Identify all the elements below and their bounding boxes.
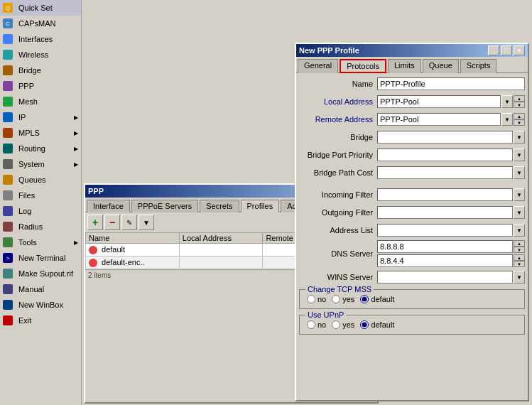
name-input[interactable] [377,77,525,90]
tcp-mss-default-radio[interactable] [360,295,369,303]
remote-address-up[interactable]: ▲ [514,113,525,119]
incoming-filter-dropdown[interactable]: ▼ [514,188,525,201]
dns-input-2[interactable] [377,254,513,267]
local-address-label: Local Address [299,97,377,106]
dns-down[interactable]: ▼ [514,247,525,253]
interfaces-icon [3,34,13,44]
sidebar-item-ip[interactable]: IP ▶ [0,109,81,125]
tcp-mss-no[interactable]: no [307,295,326,303]
local-address-up[interactable]: ▲ [514,95,525,102]
upnp-yes[interactable]: yes [332,320,354,329]
tab-secrets[interactable]: Secrets [200,200,239,212]
sidebar-label-bridge: Bridge [18,66,41,75]
dns-updown: ▲ ▼ [514,240,525,253]
upnp-default[interactable]: default [360,320,394,329]
tab-profiles[interactable]: Profiles [241,200,280,212]
dialog-tab-limits[interactable]: Limits [388,59,421,73]
use-upnp-label: Use UPnP [305,310,346,319]
local-address-dropdown[interactable]: ▼ [501,95,513,108]
add-button[interactable]: + [87,215,103,230]
name-label: Name [299,80,377,88]
sidebar-item-files[interactable]: Files [0,188,81,203]
local-address-row: Local Address ▼ ▲ ▼ [299,94,525,109]
upnp-no-radio[interactable] [307,320,315,329]
outgoing-filter-dropdown[interactable]: ▼ [514,206,525,219]
bridge-port-priority-dropdown[interactable]: ▼ [514,148,525,161]
radius-icon [3,222,13,232]
bridge-row: Bridge ▼ [299,129,525,145]
sidebar-item-queues[interactable]: Queues [0,172,81,188]
tcp-mss-default[interactable]: default [360,295,394,303]
dns-down-2[interactable]: ▼ [514,261,525,267]
sidebar-item-routing[interactable]: Routing ▶ [0,141,81,156]
sidebar-item-mesh[interactable]: Mesh [0,94,81,109]
sidebar-item-manual[interactable]: Manual [0,281,81,297]
remote-address-input[interactable] [377,113,501,126]
sidebar-item-bridge[interactable]: Bridge [0,63,81,78]
dialog-maximize-button[interactable]: □ [501,45,512,55]
wins-server-label: WINS Server [299,273,377,281]
dns-input-1[interactable] [377,240,513,253]
dns-up[interactable]: ▲ [514,240,525,247]
remote-address-dropdown[interactable]: ▼ [501,113,513,126]
upnp-default-radio[interactable] [360,320,369,329]
dialog-tab-queue[interactable]: Queue [423,59,459,73]
bridge-dropdown[interactable]: ▼ [514,131,525,144]
address-list-value: ▼ [377,224,525,237]
bridge-path-cost-row: Bridge Path Cost ▼ [299,165,525,180]
mpls-icon [3,128,13,138]
bridge-path-cost-value: ▼ [377,166,525,179]
dialog-minimize-button[interactable]: _ [488,45,499,55]
sidebar-item-ppp[interactable]: PPP [0,78,81,94]
tab-pppoe-servers[interactable]: PPPoE Servers [131,200,198,212]
change-tcp-mss-label: Change TCP MSS [305,285,374,293]
tcp-mss-yes[interactable]: yes [332,295,354,303]
wins-server-dropdown[interactable]: ▼ [514,271,525,284]
dialog-tab-general[interactable]: General [298,59,338,73]
sidebar-item-new-terminal[interactable]: > New Terminal [0,250,81,266]
sidebar-item-exit[interactable]: Exit [0,313,81,328]
outgoing-filter-input[interactable] [377,206,513,219]
sidebar-item-interfaces[interactable]: Interfaces [0,31,81,47]
filter-button[interactable]: ▼ [139,215,154,230]
dns-row-2: ▲ ▼ [377,254,525,267]
use-upnp-section: Use UPnP no yes default [299,315,525,335]
local-address-input[interactable] [377,95,501,108]
sidebar-item-quick-set[interactable]: Q Quick Set [0,0,81,16]
wins-server-input[interactable] [377,271,513,284]
bridge-value: ▼ [377,131,525,144]
upnp-yes-radio[interactable] [332,320,340,329]
sidebar-item-log[interactable]: Log [0,203,81,219]
sidebar-item-system[interactable]: System ▶ [0,156,81,172]
tcp-mss-yes-radio[interactable] [332,295,340,303]
sidebar-item-capsman[interactable]: C CAPsMAN [0,16,81,31]
incoming-filter-input[interactable] [377,188,513,201]
dialog-tab-protocols[interactable]: Protocols [340,59,386,73]
sidebar-item-wireless[interactable]: Wireless [0,47,81,63]
sidebar-label-mpls: MPLS [18,129,40,137]
bridge-input[interactable] [377,131,513,144]
bridge-port-priority-input[interactable] [377,148,513,161]
sidebar-item-mpls[interactable]: MPLS ▶ [0,125,81,141]
local-address-down[interactable]: ▼ [514,102,525,108]
bridge-path-cost-input[interactable] [377,166,513,179]
edit-button[interactable]: ✎ [121,215,137,230]
dialog-tab-scripts[interactable]: Scripts [460,59,497,73]
address-list-input[interactable] [377,224,513,237]
tcp-mss-no-radio[interactable] [307,295,315,303]
dialog-title: New PPP Profile [299,46,359,55]
upnp-no[interactable]: no [307,320,326,329]
remote-address-down[interactable]: ▼ [514,119,525,126]
system-arrow: ▶ [74,161,78,168]
sidebar-item-make-supout[interactable]: Make Supout.rif [0,266,81,281]
sidebar-item-new-winbox[interactable]: New WinBox [0,297,81,313]
remove-button[interactable]: − [104,215,120,230]
tab-interface[interactable]: Interface [87,200,130,212]
dns-up-2[interactable]: ▲ [514,254,525,261]
ppp-status-text: 2 items [88,271,111,279]
sidebar-item-tools[interactable]: Tools ▶ [0,234,81,250]
sidebar-item-radius[interactable]: Radius [0,219,81,234]
dialog-close-button[interactable]: × [514,45,525,55]
address-list-dropdown[interactable]: ▼ [514,224,525,237]
bridge-path-cost-dropdown[interactable]: ▼ [514,166,525,179]
